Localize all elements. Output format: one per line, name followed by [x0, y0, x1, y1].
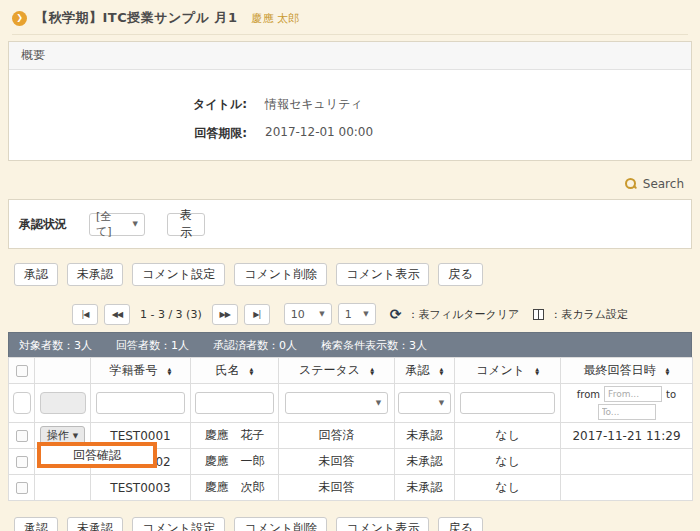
row-checkbox[interactable] — [16, 456, 28, 468]
chevron-down-icon: ▼ — [133, 220, 138, 228]
operations-filter-placeholder — [40, 392, 86, 414]
deadline-value: 2017-12-01 00:00 — [265, 125, 373, 142]
title-field: タイトル: 情報セキュリティ — [9, 96, 691, 113]
stat-approved: 承認済者数：0人 — [213, 338, 297, 353]
approve-button[interactable]: 承認 — [14, 517, 58, 531]
first-page-button[interactable]: |◀ — [72, 304, 98, 325]
comment-column-header[interactable]: コメント ▲▼ — [455, 358, 561, 384]
last-answer-cell: 2017-11-21 11:29 — [561, 423, 693, 449]
approve-button[interactable]: 承認 — [14, 263, 58, 286]
table-row: TEST0003 慶應 次郎 未回答 未承認 なし — [9, 475, 693, 501]
overview-panel: 概要 タイトル: 情報セキュリティ 回答期限: 2017-12-01 00:00 — [8, 41, 692, 161]
comment-cell: なし — [455, 449, 561, 475]
operations-cell — [35, 475, 91, 501]
comment-show-button[interactable]: コメント表示 — [336, 263, 429, 286]
status-cell: 未回答 — [279, 475, 395, 501]
to-label: to — [666, 389, 676, 400]
search-label[interactable]: Search — [643, 177, 684, 191]
stat-respondents: 回答者数：1人 — [116, 338, 189, 353]
approval-cell: 未承認 — [395, 449, 455, 475]
name-filter-input[interactable] — [195, 392, 273, 414]
select-all-checkbox[interactable] — [16, 365, 28, 377]
sort-icon[interactable]: ▲▼ — [535, 367, 539, 375]
comment-delete-button[interactable]: コメント削除 — [234, 517, 327, 531]
status-filter-select[interactable]: ▼ — [285, 392, 389, 414]
last-answer-cell — [561, 475, 693, 501]
name-column-header[interactable]: 氏名 ▲▼ — [191, 358, 279, 384]
approval-status-selected: [全て] — [96, 209, 125, 239]
approval-filter-panel: 承認状況 [全て] ▼ 表示 — [8, 199, 692, 249]
checkbox-filter-placeholder — [13, 392, 31, 414]
page-range: 1 - 3 / 3 (3) — [140, 308, 202, 321]
comment-set-button[interactable]: コメント設定 — [132, 517, 225, 531]
name-cell: 慶應 次郎 — [191, 475, 279, 501]
stat-displayed: 検索条件表示数：3人 — [321, 338, 427, 353]
column-settings-icon[interactable] — [533, 309, 544, 320]
status-cell: 回答済 — [279, 423, 395, 449]
name-header-label: 氏名 — [216, 362, 240, 379]
last-answer-header-label: 最終回答日時 — [584, 362, 656, 379]
answer-confirm-menu-item[interactable]: 回答確認 — [41, 446, 153, 464]
prev-page-button[interactable]: ◀◀ — [104, 304, 130, 325]
page: ❯ 【秋学期】ITC授業サンプル 月1 慶應 太郎 概要 タイトル: 情報セキュ… — [0, 9, 700, 531]
last-answer-cell — [561, 449, 693, 475]
title-value: 情報セキュリティ — [265, 96, 363, 113]
last-page-button[interactable]: ▶| — [244, 304, 270, 325]
approval-cell: 未承認 — [395, 475, 455, 501]
user-link[interactable]: 慶應 太郎 — [252, 11, 300, 26]
chevron-down-icon: ▼ — [439, 399, 444, 407]
filter-clear-icon[interactable]: ⟳ — [390, 306, 402, 322]
page-number-value: 1 — [345, 308, 352, 321]
breadcrumb: ❯ 【秋学期】ITC授業サンプル 月1 慶應 太郎 — [12, 9, 688, 35]
approval-status-select[interactable]: [全て] ▼ — [89, 213, 145, 236]
approval-filter-select[interactable]: ▼ — [398, 392, 451, 414]
student-id-filter-input[interactable] — [96, 392, 185, 414]
next-page-button[interactable]: ▶▶ — [212, 304, 238, 325]
sort-icon[interactable]: ▲▼ — [250, 367, 254, 375]
page-title: 【秋学期】ITC授業サンプル 月1 — [35, 9, 238, 27]
table-filter-row: ▼ ▼ from to — [9, 384, 693, 423]
approval-status-label: 承認状況 — [19, 216, 89, 233]
student-id-column-header[interactable]: 学籍番号 ▲▼ — [91, 358, 191, 384]
chevron-down-icon: ▼ — [73, 432, 78, 440]
row-checkbox[interactable] — [16, 482, 28, 494]
comment-header-label: コメント — [476, 362, 525, 379]
search-icon — [625, 178, 637, 190]
comment-show-button[interactable]: コメント表示 — [336, 517, 429, 531]
status-column-header[interactable]: ステータス ▲▼ — [279, 358, 395, 384]
search-toggle[interactable]: Search — [8, 175, 684, 193]
back-button[interactable]: 戻る — [438, 263, 482, 286]
comment-filter-input[interactable] — [460, 392, 555, 414]
unapprove-button[interactable]: 未承認 — [67, 263, 123, 286]
status-cell: 未回答 — [279, 449, 395, 475]
status-header-label: ステータス — [299, 362, 360, 379]
date-to-input[interactable] — [598, 404, 656, 420]
page-number-select[interactable]: 1 ▼ — [338, 303, 376, 325]
student-id-header-label: 学籍番号 — [110, 362, 158, 379]
overview-body: タイトル: 情報セキュリティ 回答期限: 2017-12-01 00:00 — [9, 70, 691, 160]
show-button[interactable]: 表示 — [167, 213, 205, 236]
sort-icon[interactable]: ▲▼ — [370, 367, 374, 375]
filter-clear-label[interactable]: ：表フィルタークリア — [407, 307, 519, 322]
deadline-field: 回答期限: 2017-12-01 00:00 — [9, 125, 691, 142]
comment-set-button[interactable]: コメント設定 — [132, 263, 225, 286]
page-size-select[interactable]: 10 ▼ — [284, 303, 332, 325]
date-from-input[interactable] — [604, 386, 662, 402]
comment-delete-button[interactable]: コメント削除 — [234, 263, 327, 286]
sort-icon[interactable]: ▲▼ — [168, 367, 172, 375]
sort-icon[interactable]: ▲▼ — [666, 367, 670, 375]
operations-column-header — [35, 358, 91, 384]
name-cell: 慶應 一郎 — [191, 449, 279, 475]
sort-icon[interactable]: ▲▼ — [440, 367, 444, 375]
deadline-label: 回答期限: — [9, 125, 247, 142]
table-header-row: 学籍番号 ▲▼ 氏名 ▲▼ ステータス ▲▼ 承認 ▲▼ — [9, 358, 693, 384]
approval-column-header[interactable]: 承認 ▲▼ — [395, 358, 455, 384]
comment-cell: なし — [455, 475, 561, 501]
column-settings-label[interactable]: ：表カラム設定 — [550, 307, 628, 322]
date-range-filter: from to — [561, 384, 693, 423]
chevron-down-icon: ▼ — [319, 310, 324, 318]
last-answer-column-header[interactable]: 最終回答日時 ▲▼ — [561, 358, 693, 384]
row-checkbox[interactable] — [16, 430, 28, 442]
back-button[interactable]: 戻る — [438, 517, 482, 531]
unapprove-button[interactable]: 未承認 — [67, 517, 123, 531]
